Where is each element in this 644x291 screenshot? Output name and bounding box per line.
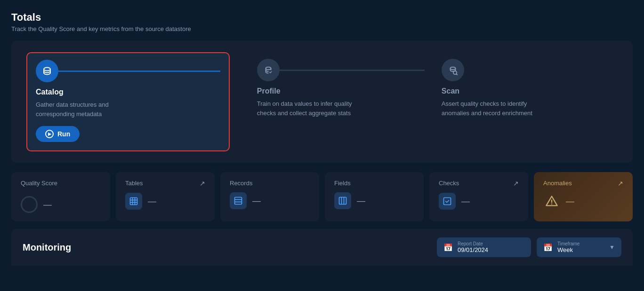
fields-card: Fields — xyxy=(325,172,424,221)
anomalies-card: Anomalies ↗ — xyxy=(534,172,633,221)
records-card: Records — xyxy=(220,172,319,221)
profile-icon xyxy=(257,59,280,81)
timeframe-value: Week xyxy=(557,246,580,253)
svg-point-0 xyxy=(44,68,50,71)
pipeline-container: Catalog Gather data structures and corre… xyxy=(11,41,633,163)
scan-description: Assert quality checks to identify anomal… xyxy=(442,99,545,118)
quality-score-circle-icon xyxy=(21,196,38,213)
quality-score-card: Quality Score — xyxy=(11,172,110,221)
monitoring-controls: 📅 Report Date 09/01/2024 📅 Timeframe Wee… xyxy=(437,237,621,257)
svg-rect-16 xyxy=(444,198,451,205)
svg-rect-5 xyxy=(130,198,137,205)
records-icon xyxy=(230,192,247,209)
catalog-icon xyxy=(36,60,58,82)
scan-title: Scan xyxy=(442,87,609,95)
tables-label: Tables xyxy=(125,180,143,187)
monitoring-section: Monitoring 📅 Report Date 09/01/2024 📅 Ti… xyxy=(11,229,633,266)
fields-icon xyxy=(334,192,351,209)
tables-arrow[interactable]: ↗ xyxy=(200,180,205,187)
timeframe-chevron-icon: ▼ xyxy=(609,244,615,251)
checks-label: Checks xyxy=(439,180,459,187)
play-icon: ▶ xyxy=(45,130,54,138)
page-subtitle: Track the Quality Score and key metrics … xyxy=(11,25,633,32)
records-value: — xyxy=(252,196,261,206)
anomalies-label: Anomalies xyxy=(543,180,572,187)
anomalies-arrow[interactable]: ↗ xyxy=(618,180,623,187)
records-label: Records xyxy=(230,180,252,187)
catalog-description: Gather data structures and corresponding… xyxy=(36,100,139,118)
quality-score-value: — xyxy=(43,200,52,210)
pipeline-step-profile: Profile Train on data values to infer qu… xyxy=(249,52,433,151)
checks-card: Checks ↗ — xyxy=(429,172,528,221)
catalog-title: Catalog xyxy=(36,88,220,96)
svg-rect-13 xyxy=(339,197,346,204)
anomalies-value: — xyxy=(566,197,574,206)
tables-icon xyxy=(125,193,142,210)
checks-value: — xyxy=(461,197,470,206)
svg-point-1 xyxy=(266,67,271,70)
report-date-label: Report Date xyxy=(458,241,488,246)
timeframe-label: Timeframe xyxy=(557,241,580,246)
pipeline-step-catalog: Catalog Gather data structures and corre… xyxy=(26,52,230,151)
timeframe-calendar-icon: 📅 xyxy=(543,243,553,252)
fields-value: — xyxy=(357,196,365,206)
fields-label: Fields xyxy=(334,180,351,187)
calendar-icon: 📅 xyxy=(443,243,453,252)
profile-description: Train on data values to infer quality ch… xyxy=(257,99,361,118)
profile-title: Profile xyxy=(257,87,425,95)
report-date-control[interactable]: 📅 Report Date 09/01/2024 xyxy=(437,237,531,257)
checks-arrow[interactable]: ↗ xyxy=(513,180,519,187)
pipeline-step-scan: Scan Assert quality checks to identify a… xyxy=(433,52,618,151)
run-button[interactable]: ▶ Run xyxy=(36,126,80,142)
report-date-value: 09/01/2024 xyxy=(458,246,488,253)
page-title: Totals xyxy=(11,11,633,24)
quality-score-label: Quality Score xyxy=(21,180,57,187)
metrics-row: Quality Score — Tables ↗ xyxy=(11,172,633,221)
tables-value: — xyxy=(148,197,156,206)
svg-rect-10 xyxy=(235,197,242,204)
checks-icon xyxy=(439,193,456,210)
anomalies-warning-icon xyxy=(543,193,560,210)
monitoring-title: Monitoring xyxy=(23,242,71,253)
scan-icon xyxy=(442,59,464,81)
tables-card: Tables ↗ — xyxy=(116,172,215,221)
svg-point-18 xyxy=(551,204,552,204)
timeframe-control[interactable]: 📅 Timeframe Week ▼ xyxy=(537,237,621,257)
svg-point-3 xyxy=(450,67,455,70)
